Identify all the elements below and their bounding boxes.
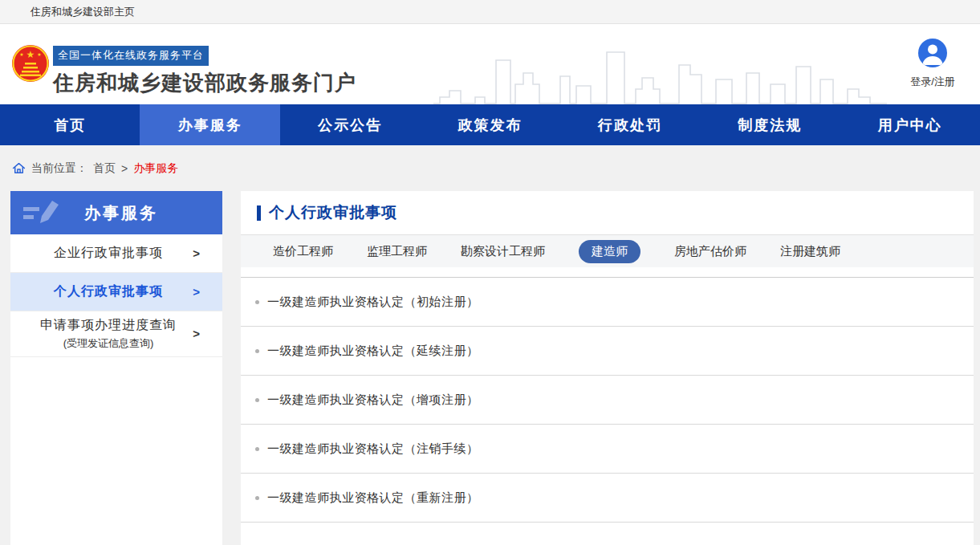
national-emblem-logo: ★ ★ ★ [11, 44, 50, 83]
nav-item-label: 用户中心 [878, 116, 942, 135]
login-register[interactable]: 登录/注册 [903, 38, 962, 89]
list-item-label: 一级建造师执业资格认定（增项注册） [267, 392, 479, 408]
main-panel: 个人行政审批事项 造价工程师 监理工程师 勘察设计工程师 建造师 [241, 191, 974, 545]
category-tab[interactable]: 造价工程师 [273, 244, 333, 259]
list-item-label: 一级建造师执业资格认定（注销手续） [267, 441, 479, 457]
svg-text:★: ★ [19, 52, 23, 57]
title-accent-bar [257, 205, 261, 221]
city-skyline-decoration [433, 28, 887, 104]
section-header: 个人行政审批事项 [241, 191, 974, 234]
topbar-home-link[interactable]: 住房和城乡建设部主页 [30, 5, 135, 19]
nav-item-label: 行政处罚 [598, 116, 662, 135]
service-list: 一级建造师执业资格认定（初始注册） 一级建造师执业资格认定（延续注册） 一级建造… [241, 277, 974, 523]
list-item[interactable]: 一级建造师执业资格认定（延续注册） [241, 327, 974, 376]
nav-item[interactable]: 行政处罚 [560, 104, 700, 145]
site-header: ★ ★ ★ 全国一体化在线政务服务平台 住房和城乡建设部政务服务门户 登录/注册 [0, 24, 980, 104]
tab-label: 监理工程师 [367, 244, 427, 258]
chevron-right-icon [193, 246, 200, 261]
nav-item-label: 办事服务 [178, 116, 242, 135]
bullet-icon [255, 447, 259, 451]
chevron-right-icon [193, 285, 200, 299]
category-tab[interactable]: 房地产估价师 [674, 244, 746, 259]
portal-title: 住房和城乡建设部政务服务门户 [53, 69, 356, 97]
section-title: 个人行政审批事项 [269, 202, 397, 223]
platform-badge: 全国一体化在线政务服务平台 [53, 46, 209, 66]
sidebar-title: 办事服务 [84, 202, 158, 224]
sidebar-item[interactable]: 企业行政审批事项 [10, 234, 222, 273]
sidebar-item-label: 个人行政审批事项 [54, 283, 163, 300]
bullet-icon [255, 300, 259, 304]
tab-label: 房地产估价师 [674, 244, 746, 258]
svg-text:★: ★ [26, 49, 35, 60]
nav-item-label: 公示公告 [318, 116, 382, 135]
tab-label: 勘察设计工程师 [461, 244, 545, 258]
main-nav: 首页 办事服务 公示公告 政策发布 行政处罚 制度法规 用户中心 [0, 104, 980, 145]
category-tab[interactable]: 注册建筑师 [780, 244, 840, 259]
category-tab[interactable]: 建造师 [579, 240, 640, 263]
bullet-icon [255, 398, 259, 402]
breadcrumb: 当前位置： 首页 > 办事服务 [0, 145, 980, 191]
nav-item[interactable]: 制度法规 [700, 104, 840, 145]
breadcrumb-separator: > [121, 162, 128, 175]
user-icon[interactable] [917, 38, 948, 68]
nav-item[interactable]: 政策发布 [420, 104, 559, 145]
sidebar-item-label: 企业行政审批事项 [54, 245, 163, 262]
top-bar: 住房和城乡建设部主页 [0, 0, 980, 24]
sidebar-item[interactable]: 个人行政审批事项 [10, 273, 222, 311]
category-tab[interactable]: 勘察设计工程师 [461, 244, 545, 259]
nav-item[interactable]: 办事服务 [140, 104, 279, 145]
service-pen-icon [23, 197, 60, 228]
nav-item-label: 首页 [54, 116, 86, 135]
list-item[interactable]: 一级建造师执业资格认定（初始注册） [241, 278, 974, 327]
list-item-label: 一级建造师执业资格认定（延续注册） [267, 344, 479, 359]
breadcrumb-home-link[interactable]: 首页 [93, 161, 116, 176]
breadcrumb-prefix: 当前位置： [31, 161, 87, 176]
bullet-icon [255, 349, 259, 353]
bullet-icon [255, 496, 259, 500]
sidebar-menu: 企业行政审批事项 个人行政审批事项 申请事项办理进度查询 (受理发证信息查询) [10, 234, 222, 357]
nav-item[interactable]: 用户中心 [840, 104, 980, 145]
tab-label: 注册建筑师 [780, 244, 840, 258]
nav-item[interactable]: 首页 [0, 104, 140, 145]
list-item-label: 一级建造师执业资格认定（初始注册） [267, 295, 479, 310]
sidebar-item-sublabel: (受理发证信息查询) [63, 336, 154, 351]
content-area: 办事服务 企业行政审批事项 个人行政审批事项 申请事项办理进度查询 ( [10, 191, 974, 545]
nav-item[interactable]: 公示公告 [280, 104, 420, 145]
sidebar-header: 办事服务 [10, 191, 222, 234]
sidebar: 办事服务 企业行政审批事项 个人行政审批事项 申请事项办理进度查询 ( [10, 191, 222, 545]
nav-item-label: 制度法规 [738, 116, 802, 135]
category-tabs: 造价工程师 监理工程师 勘察设计工程师 建造师 房地产估价师 [241, 234, 974, 267]
login-label[interactable]: 登录/注册 [903, 75, 962, 89]
list-item-label: 一级建造师执业资格认定（重新注册） [267, 490, 479, 506]
list-item[interactable]: 一级建造师执业资格认定（重新注册） [241, 474, 974, 523]
list-item[interactable]: 一级建造师执业资格认定（增项注册） [241, 376, 974, 425]
tab-label: 造价工程师 [273, 244, 333, 258]
sidebar-item-label: 申请事项办理进度查询 [40, 317, 177, 334]
chevron-right-icon [193, 327, 200, 341]
list-item[interactable]: 一级建造师执业资格认定（注销手续） [241, 425, 974, 474]
sidebar-item[interactable]: 申请事项办理进度查询 (受理发证信息查询) [10, 311, 222, 357]
svg-text:★: ★ [37, 52, 41, 57]
category-tab[interactable]: 监理工程师 [367, 244, 427, 259]
tab-label: 建造师 [592, 244, 628, 258]
breadcrumb-current: 办事服务 [133, 161, 178, 176]
home-icon[interactable] [12, 161, 26, 175]
nav-item-label: 政策发布 [457, 116, 522, 135]
